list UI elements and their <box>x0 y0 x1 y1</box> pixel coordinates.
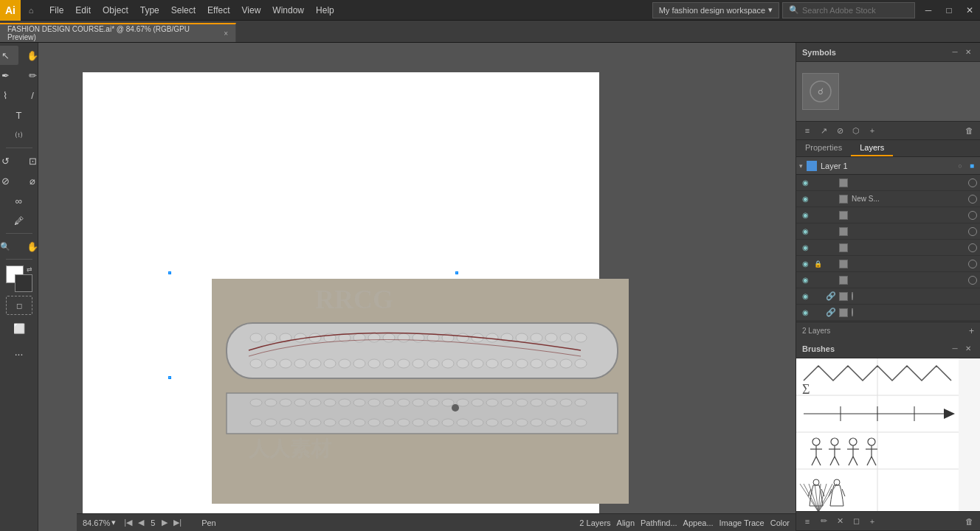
layer-row[interactable]: ◉ 🔗 <box>796 288 980 305</box>
symbol-item[interactable]: ☌ <box>802 73 839 110</box>
layer-target-circle[interactable]: ○ <box>955 161 965 171</box>
menu-select[interactable]: Select <box>166 3 201 18</box>
warp-tool[interactable]: ⊘ <box>0 171 18 190</box>
search-input[interactable] <box>802 6 905 15</box>
rotate-tool[interactable]: ↺ <box>0 151 18 170</box>
layer-visibility-icon[interactable]: ◉ <box>799 291 811 302</box>
symbols-panel-close[interactable]: ✕ <box>962 46 974 58</box>
menu-type[interactable]: Type <box>135 3 165 18</box>
selection-tool[interactable]: ↖ <box>0 46 18 65</box>
layer-lock-icon[interactable]: 🔒 <box>812 259 823 269</box>
layer-row[interactable]: ◉ 🔒 <box>796 256 980 272</box>
brushes-content: Σ <box>796 358 980 511</box>
tab-properties[interactable]: Properties <box>796 140 851 156</box>
brushes-panel-minimize[interactable]: ─ <box>949 343 961 355</box>
menu-object[interactable]: Object <box>97 3 134 18</box>
layer-target-icon[interactable] <box>968 195 977 204</box>
menu-window[interactable]: Window <box>267 3 309 18</box>
symbols-panel-minimize[interactable]: ─ <box>949 46 961 58</box>
touch-type-tool[interactable]: ⒯ <box>6 125 32 145</box>
menu-view[interactable]: View <box>237 3 266 18</box>
layer-target-icon[interactable] <box>968 211 977 220</box>
artboard-tool[interactable]: ⬜ <box>6 319 32 338</box>
blend-tool[interactable]: ∞ <box>6 191 32 210</box>
first-page-button[interactable]: |◀ <box>122 517 134 528</box>
layer-visibility-icon[interactable]: ◉ <box>799 274 811 286</box>
layer-row[interactable]: ◉ New S... <box>796 191 980 207</box>
layer-target-icon[interactable] <box>968 178 977 187</box>
draw-inside[interactable]: ◻ <box>6 296 32 315</box>
delete-brush-icon[interactable]: 🗑 <box>962 515 976 528</box>
layers-panel[interactable]: ▾ Layer 1 ○ ■ ◉ ◉ New S... ◉ ◉ <box>796 157 980 322</box>
type-tool[interactable]: T <box>6 105 32 125</box>
eyedropper-tool[interactable]: 🖉 <box>6 211 32 230</box>
layer-visibility-icon[interactable]: ◉ <box>799 193 811 205</box>
minimize-button[interactable]: ─ <box>918 0 939 21</box>
menu-help[interactable]: Help <box>311 3 339 18</box>
menu-file[interactable]: File <box>44 3 69 18</box>
workspace-selector[interactable]: My fashion design workspace ▾ <box>652 2 779 18</box>
layer-row[interactable]: ◉ <box>796 175 980 191</box>
remove-stroke-icon[interactable]: ✕ <box>833 515 846 528</box>
layer-visibility-icon[interactable]: ◉ <box>799 177 811 189</box>
document-tab[interactable]: FASHION DESIGN COURSE.ai* @ 84.67% (RGB/… <box>0 23 236 42</box>
layer-row[interactable]: ◉ <box>796 240 980 256</box>
zoom-arrow[interactable]: ▾ <box>111 518 116 527</box>
selected-object-icon[interactable]: ◻ <box>849 515 863 528</box>
stroke-color[interactable] <box>15 274 32 292</box>
status-pathfinder[interactable]: Pathfind... <box>641 518 677 527</box>
menu-edit[interactable]: Edit <box>70 3 96 18</box>
tab-layers[interactable]: Layers <box>851 140 893 156</box>
layer-group-header[interactable]: ▾ Layer 1 ○ ■ <box>796 157 980 175</box>
canvas-area[interactable]: RRCG 人人素材 84.67% ▾ |◀ ◀ 5 ▶ ▶| Pen <box>38 43 796 531</box>
close-button[interactable]: ✕ <box>959 0 980 21</box>
layer-visibility-icon[interactable]: ◉ <box>799 226 811 237</box>
new-symbol-icon[interactable]: + <box>866 124 879 137</box>
swap-colors-icon[interactable]: ⇄ <box>27 266 32 273</box>
layer-target-icon[interactable] <box>968 227 977 236</box>
delete-symbol-icon[interactable]: 🗑 <box>962 124 976 137</box>
layer-target-icon[interactable] <box>968 260 977 268</box>
svg-line-135 <box>842 489 845 496</box>
symbol-options-icon[interactable]: ⬡ <box>849 124 863 137</box>
symbol-libraries-icon[interactable]: ≡ <box>801 124 814 137</box>
layer-visibility-icon[interactable]: ◉ <box>799 209 811 221</box>
menu-effect[interactable]: Effect <box>202 3 235 18</box>
last-page-button[interactable]: ▶| <box>171 517 184 528</box>
break-link-icon[interactable]: ⊘ <box>833 124 846 137</box>
layer-row[interactable]: ◉ <box>796 223 980 240</box>
brushes-panel-close[interactable]: ✕ <box>962 343 974 355</box>
tab-close-icon[interactable]: × <box>224 30 228 38</box>
layer-expand-icon[interactable]: ▾ <box>799 162 803 170</box>
status-image-trace[interactable]: Image Trace <box>720 518 765 527</box>
draw-normal[interactable]: ◻ <box>0 296 5 315</box>
pen-tool[interactable]: ✒ <box>0 66 18 85</box>
brush-options-icon[interactable]: ✏ <box>817 515 830 528</box>
status-color[interactable]: Color <box>770 518 790 527</box>
maximize-button[interactable]: □ <box>939 0 959 21</box>
curvature-tool[interactable]: ⌇ <box>0 86 18 105</box>
prev-page-button[interactable]: ◀ <box>136 517 146 528</box>
status-appearance[interactable]: Appea... <box>683 518 714 527</box>
zoom-tool[interactable]: 🔍 <box>0 237 18 256</box>
layer-visibility-icon[interactable]: ◉ <box>799 258 811 270</box>
layer-row[interactable]: ◉ 🔗 <box>796 305 980 321</box>
more-tools[interactable]: ··· <box>6 344 32 364</box>
layer-target-icon[interactable] <box>852 292 853 300</box>
layer-visibility-icon[interactable]: ◉ <box>799 307 811 319</box>
brush-libraries-icon[interactable]: ≡ <box>801 515 814 528</box>
menu-bar: Ai ⌂ File Edit Object Type Select Effect… <box>0 0 980 21</box>
layer-target-icon[interactable] <box>852 308 853 316</box>
layer-visibility-icon[interactable]: ◉ <box>799 242 811 254</box>
svg-point-26 <box>250 359 262 368</box>
new-brush-icon[interactable]: + <box>866 515 879 528</box>
layer-target-icon[interactable] <box>968 276 977 285</box>
layer-row[interactable]: ◉ <box>796 207 980 223</box>
status-align[interactable]: Align <box>617 518 635 527</box>
layer-row[interactable]: ◉ <box>796 272 980 288</box>
make-sublayer-icon[interactable]: + <box>969 326 974 336</box>
layer-target-icon[interactable] <box>968 243 977 252</box>
next-page-button[interactable]: ▶ <box>159 517 170 528</box>
home-icon[interactable]: ⌂ <box>21 0 41 21</box>
place-symbol-icon[interactable]: ↗ <box>817 124 830 137</box>
